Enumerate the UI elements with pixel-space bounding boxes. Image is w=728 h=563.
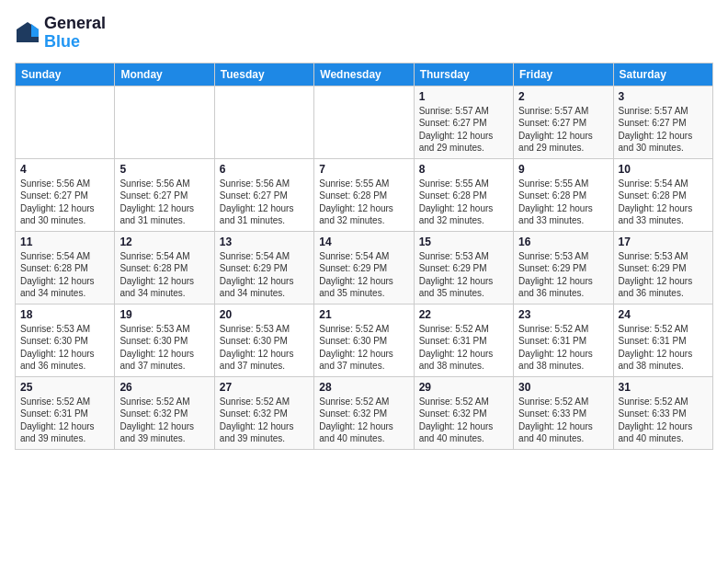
day-number: 11	[20, 236, 109, 248]
day-info: Sunrise: 5:52 AM Sunset: 6:32 PM Dayligh…	[220, 396, 309, 445]
calendar-cell: 11Sunrise: 5:54 AM Sunset: 6:28 PM Dayli…	[16, 231, 115, 304]
day-number: 10	[619, 163, 708, 176]
calendar-cell: 15Sunrise: 5:53 AM Sunset: 6:29 PM Dayli…	[414, 231, 513, 304]
day-info: Sunrise: 5:52 AM Sunset: 6:31 PM Dayligh…	[20, 396, 109, 445]
day-number: 6	[220, 163, 309, 176]
calendar-cell: 26Sunrise: 5:52 AM Sunset: 6:32 PM Dayli…	[115, 376, 214, 449]
calendar-cell: 27Sunrise: 5:52 AM Sunset: 6:32 PM Dayli…	[214, 376, 313, 449]
day-number: 2	[518, 90, 608, 103]
day-info: Sunrise: 5:52 AM Sunset: 6:31 PM Dayligh…	[518, 323, 608, 373]
calendar-cell: 31Sunrise: 5:52 AM Sunset: 6:33 PM Dayli…	[613, 376, 712, 449]
day-number: 28	[319, 381, 408, 394]
day-number: 3	[619, 90, 708, 103]
dow-header: Friday	[514, 63, 613, 86]
day-info: Sunrise: 5:52 AM Sunset: 6:30 PM Dayligh…	[319, 323, 408, 373]
day-info: Sunrise: 5:53 AM Sunset: 6:29 PM Dayligh…	[518, 250, 608, 300]
day-number: 23	[518, 308, 608, 321]
day-info: Sunrise: 5:52 AM Sunset: 6:31 PM Dayligh…	[419, 323, 508, 373]
day-number: 8	[419, 163, 508, 176]
calendar-cell: 12Sunrise: 5:54 AM Sunset: 6:28 PM Dayli…	[115, 231, 214, 304]
calendar-cell: 4Sunrise: 5:56 AM Sunset: 6:27 PM Daylig…	[16, 158, 115, 231]
calendar-cell: 25Sunrise: 5:52 AM Sunset: 6:31 PM Dayli…	[16, 376, 115, 449]
day-number: 30	[518, 381, 608, 394]
calendar-cell: 21Sunrise: 5:52 AM Sunset: 6:30 PM Dayli…	[314, 304, 414, 376]
day-number: 22	[419, 308, 508, 321]
calendar-cell: 23Sunrise: 5:52 AM Sunset: 6:31 PM Dayli…	[514, 304, 613, 376]
calendar-cell: 14Sunrise: 5:54 AM Sunset: 6:29 PM Dayli…	[314, 231, 414, 304]
day-info: Sunrise: 5:52 AM Sunset: 6:31 PM Dayligh…	[619, 323, 708, 373]
day-number: 13	[220, 236, 309, 248]
dow-header: Sunday	[16, 63, 115, 86]
calendar-cell: 29Sunrise: 5:52 AM Sunset: 6:32 PM Dayli…	[414, 376, 513, 449]
calendar-cell	[314, 86, 414, 158]
calendar-cell	[16, 86, 115, 158]
day-info: Sunrise: 5:52 AM Sunset: 6:33 PM Dayligh…	[518, 396, 608, 445]
day-info: Sunrise: 5:55 AM Sunset: 6:28 PM Dayligh…	[518, 178, 608, 227]
calendar-cell: 2Sunrise: 5:57 AM Sunset: 6:27 PM Daylig…	[514, 86, 613, 158]
day-info: Sunrise: 5:55 AM Sunset: 6:28 PM Dayligh…	[419, 178, 508, 227]
day-number: 21	[319, 308, 408, 321]
page-header: General Blue	[15, 15, 713, 52]
day-info: Sunrise: 5:54 AM Sunset: 6:28 PM Dayligh…	[20, 250, 109, 300]
day-number: 12	[119, 236, 209, 248]
day-info: Sunrise: 5:52 AM Sunset: 6:32 PM Dayligh…	[419, 396, 508, 445]
day-number: 7	[319, 163, 408, 176]
day-info: Sunrise: 5:57 AM Sunset: 6:27 PM Dayligh…	[518, 105, 608, 155]
day-number: 16	[518, 236, 608, 248]
day-info: Sunrise: 5:53 AM Sunset: 6:29 PM Dayligh…	[619, 250, 708, 300]
day-info: Sunrise: 5:52 AM Sunset: 6:32 PM Dayligh…	[319, 396, 408, 445]
day-number: 25	[20, 381, 109, 394]
calendar-cell: 18Sunrise: 5:53 AM Sunset: 6:30 PM Dayli…	[16, 304, 115, 376]
day-number: 26	[119, 381, 209, 394]
calendar-cell: 17Sunrise: 5:53 AM Sunset: 6:29 PM Dayli…	[613, 231, 712, 304]
day-info: Sunrise: 5:53 AM Sunset: 6:29 PM Dayligh…	[419, 250, 508, 300]
day-info: Sunrise: 5:54 AM Sunset: 6:29 PM Dayligh…	[319, 250, 408, 300]
day-info: Sunrise: 5:54 AM Sunset: 6:29 PM Dayligh…	[220, 250, 309, 300]
day-number: 18	[20, 308, 109, 321]
day-number: 31	[619, 381, 708, 394]
day-info: Sunrise: 5:56 AM Sunset: 6:27 PM Dayligh…	[20, 178, 109, 227]
calendar-cell: 19Sunrise: 5:53 AM Sunset: 6:30 PM Dayli…	[115, 304, 214, 376]
day-info: Sunrise: 5:57 AM Sunset: 6:27 PM Dayligh…	[619, 105, 708, 155]
day-number: 5	[119, 163, 209, 176]
logo-icon	[15, 20, 40, 46]
calendar-cell: 8Sunrise: 5:55 AM Sunset: 6:28 PM Daylig…	[414, 158, 513, 231]
day-info: Sunrise: 5:54 AM Sunset: 6:28 PM Dayligh…	[619, 178, 708, 227]
calendar-cell: 3Sunrise: 5:57 AM Sunset: 6:27 PM Daylig…	[613, 86, 712, 158]
calendar-cell: 24Sunrise: 5:52 AM Sunset: 6:31 PM Dayli…	[613, 304, 712, 376]
calendar-cell: 28Sunrise: 5:52 AM Sunset: 6:32 PM Dayli…	[314, 376, 414, 449]
dow-header: Saturday	[613, 63, 712, 86]
dow-header: Wednesday	[314, 63, 414, 86]
day-info: Sunrise: 5:53 AM Sunset: 6:30 PM Dayligh…	[220, 323, 309, 373]
day-info: Sunrise: 5:54 AM Sunset: 6:28 PM Dayligh…	[119, 250, 209, 300]
day-number: 20	[220, 308, 309, 321]
calendar-cell: 20Sunrise: 5:53 AM Sunset: 6:30 PM Dayli…	[214, 304, 313, 376]
calendar-cell: 6Sunrise: 5:56 AM Sunset: 6:27 PM Daylig…	[214, 158, 313, 231]
calendar-cell: 5Sunrise: 5:56 AM Sunset: 6:27 PM Daylig…	[115, 158, 214, 231]
day-info: Sunrise: 5:53 AM Sunset: 6:30 PM Dayligh…	[20, 323, 109, 373]
calendar-cell: 1Sunrise: 5:57 AM Sunset: 6:27 PM Daylig…	[414, 86, 513, 158]
day-info: Sunrise: 5:56 AM Sunset: 6:27 PM Dayligh…	[220, 178, 309, 227]
dow-header: Thursday	[414, 63, 513, 86]
logo: General Blue	[15, 15, 106, 52]
calendar-cell: 7Sunrise: 5:55 AM Sunset: 6:28 PM Daylig…	[314, 158, 414, 231]
day-info: Sunrise: 5:53 AM Sunset: 6:30 PM Dayligh…	[119, 323, 209, 373]
day-info: Sunrise: 5:52 AM Sunset: 6:32 PM Dayligh…	[119, 396, 209, 445]
dow-header: Tuesday	[214, 63, 313, 86]
day-number: 17	[619, 236, 708, 248]
calendar-table: SundayMondayTuesdayWednesdayThursdayFrid…	[15, 63, 713, 450]
day-number: 14	[319, 236, 408, 248]
day-info: Sunrise: 5:55 AM Sunset: 6:28 PM Dayligh…	[319, 178, 408, 227]
calendar-cell: 16Sunrise: 5:53 AM Sunset: 6:29 PM Dayli…	[514, 231, 613, 304]
calendar-cell: 22Sunrise: 5:52 AM Sunset: 6:31 PM Dayli…	[414, 304, 513, 376]
day-info: Sunrise: 5:57 AM Sunset: 6:27 PM Dayligh…	[419, 105, 508, 155]
day-number: 19	[119, 308, 209, 321]
day-number: 1	[419, 90, 508, 103]
logo-text: General Blue	[44, 15, 106, 52]
day-number: 15	[419, 236, 508, 248]
calendar-cell: 30Sunrise: 5:52 AM Sunset: 6:33 PM Dayli…	[514, 376, 613, 449]
calendar-cell	[115, 86, 214, 158]
day-number: 4	[20, 163, 109, 176]
calendar-cell	[214, 86, 313, 158]
day-info: Sunrise: 5:56 AM Sunset: 6:27 PM Dayligh…	[119, 178, 209, 227]
